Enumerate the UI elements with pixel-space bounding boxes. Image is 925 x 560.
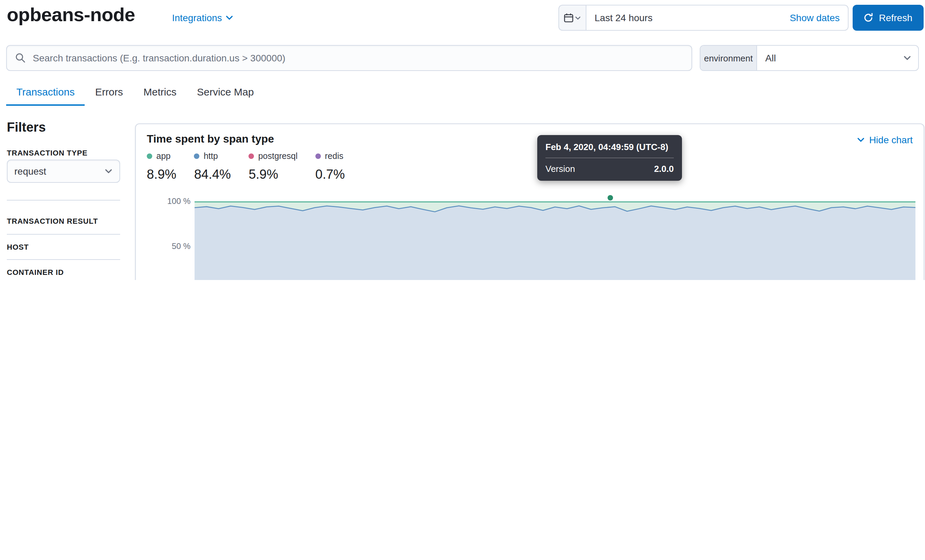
tooltip-label: Version: [545, 164, 575, 174]
refresh-button[interactable]: Refresh: [853, 5, 923, 31]
postgresql-dot: [249, 153, 254, 159]
legend-postgresql[interactable]: postgresql 5.9%: [249, 152, 297, 182]
tab-errors[interactable]: Errors: [85, 82, 134, 106]
search-icon: [15, 53, 26, 63]
date-picker: Last 24 hours Show dates Refresh: [558, 5, 923, 31]
tooltip-value: 2.0.0: [654, 164, 674, 174]
y-axis-labels: 100 %50 %0 %: [141, 201, 190, 280]
refresh-label: Refresh: [879, 12, 912, 23]
filter-section-transaction-result[interactable]: TRANSACTION RESULT: [7, 217, 98, 225]
divider: [545, 158, 674, 158]
postgresql-percentage: 5.9%: [249, 167, 297, 182]
redis-percentage: 0.7%: [315, 167, 345, 182]
chevron-down-icon: [903, 54, 911, 62]
tooltip-timestamp: Feb 4, 2020, 04:49:59 (UTC-8): [545, 142, 674, 152]
hide-chart-button[interactable]: Hide chart: [857, 134, 913, 145]
search-input[interactable]: [32, 52, 691, 64]
legend-http[interactable]: http 84.4%: [194, 152, 231, 182]
panel-title: Time spent by span type: [147, 133, 274, 145]
date-quick-select-button[interactable]: [558, 5, 586, 31]
service-tabs: Transactions Errors Metrics Service Map: [6, 82, 264, 106]
time-range-value: Last 24 hours: [586, 12, 790, 23]
integrations-label: Integrations: [172, 12, 222, 23]
http-dot: [194, 153, 200, 159]
http-percentage: 84.4%: [194, 167, 231, 182]
tab-transactions[interactable]: Transactions: [6, 82, 85, 106]
transaction-type-label: TRANSACTION TYPE: [7, 149, 88, 157]
span-type-legend: app 8.9% http 84.4% postgresql 5.9% redi…: [147, 152, 345, 182]
chevron-down-icon: [575, 15, 581, 21]
tab-metrics[interactable]: Metrics: [133, 82, 187, 106]
span-type-chart-plot[interactable]: [194, 201, 916, 280]
environment-select[interactable]: All: [757, 46, 918, 70]
y-tick: 50 %: [172, 241, 190, 251]
chevron-down-icon: [225, 14, 234, 22]
chart-tooltip: Feb 4, 2020, 04:49:59 (UTC-8) Version 2.…: [537, 135, 682, 181]
legend-redis[interactable]: redis 0.7%: [315, 152, 345, 182]
refresh-icon: [864, 13, 874, 23]
chevron-down-icon: [104, 167, 113, 175]
page-title: opbeans-node: [7, 4, 135, 26]
filters-title: Filters: [7, 120, 46, 135]
y-tick: 100 %: [167, 197, 190, 206]
chevron-down-icon: [857, 136, 865, 144]
show-dates-button[interactable]: Show dates: [790, 12, 848, 23]
apm-service-page: opbeans-node Integrations Last 24 hours …: [0, 0, 925, 280]
app-percentage: 8.9%: [147, 167, 176, 182]
redis-dot: [315, 153, 321, 159]
integrations-dropdown[interactable]: Integrations: [172, 12, 234, 23]
search-input-wrapper: [6, 45, 692, 71]
environment-label: environment: [701, 46, 757, 70]
annotation-dot: [607, 195, 613, 201]
environment-filter: environment All: [700, 45, 919, 71]
time-spent-by-span-type-panel: Time spent by span type Hide chart app 8…: [135, 123, 924, 280]
tab-service-map[interactable]: Service Map: [187, 82, 264, 106]
filter-section-host[interactable]: HOST: [7, 243, 29, 251]
date-range-field[interactable]: Last 24 hours Show dates: [586, 5, 848, 31]
divider: [7, 200, 120, 201]
divider: [7, 234, 120, 235]
divider: [7, 259, 120, 260]
legend-app[interactable]: app 8.9%: [147, 152, 176, 182]
filter-section-container-id[interactable]: CONTAINER ID: [7, 268, 64, 276]
app-dot: [147, 153, 152, 159]
calendar-icon: [564, 13, 573, 23]
transaction-type-select[interactable]: request: [7, 160, 120, 183]
environment-value: All: [765, 53, 903, 63]
filters-sidebar: Filters TRANSACTION TYPE request TRANSAC…: [7, 120, 120, 280]
